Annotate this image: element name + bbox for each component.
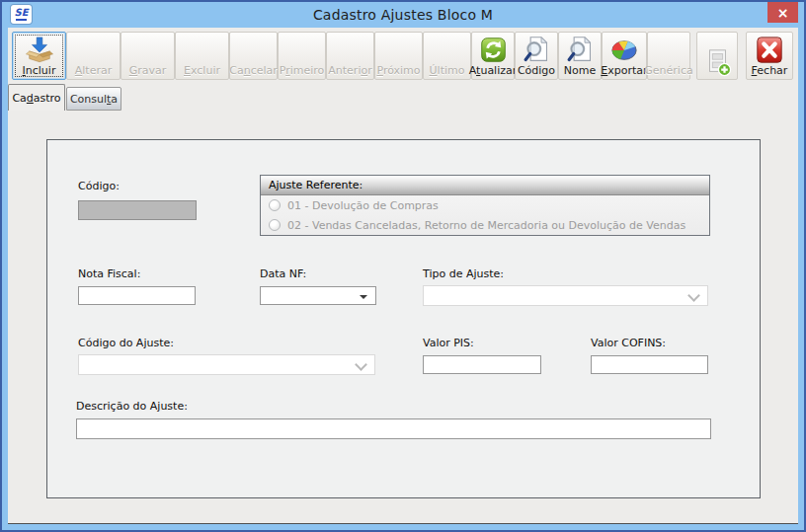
chevron-down-icon [355,358,367,371]
proximo-button: Próximo [374,32,423,80]
nota-fiscal-field[interactable] [78,286,196,305]
pie-chart-icon [609,35,639,65]
nota-fiscal-label: Nota Fiscal: [78,267,140,280]
excluir-button: Excluir [175,32,229,80]
radio-icon [269,199,281,211]
tab-page-cadastro: Código: Ajuste Referente: 01 - Devolução… [8,111,798,523]
ajuste-referente-group: Ajuste Referente: 01 - Devolução de Comp… [260,175,710,236]
chevron-down-icon [687,289,700,302]
valor-pis-field[interactable] [423,355,541,374]
codigo-search-button[interactable]: Código [515,32,558,80]
box-arrow-down-icon [25,35,54,65]
radio-icon [269,219,281,231]
search-document-icon [566,35,595,65]
close-icon: × [777,5,789,21]
toolbar: Incluir Alterar Gravar Excluir Cancelar [12,32,793,81]
search-document-icon [523,35,551,65]
radio-option-02: 02 - Vendas Canceladas, Retorno de Merca… [261,215,709,235]
valor-pis-label: Valor PIS: [423,337,474,349]
fechar-button[interactable]: Fechar [746,32,793,80]
descricao-ajuste-label: Descrição do Ajuste: [76,400,188,413]
titlebar: SE Cadastro Ajustes Bloco M × [2,2,804,28]
atualizar-button[interactable]: Atualizar [471,32,515,80]
tab-consulta[interactable]: Consulta [66,87,121,111]
red-x-icon [755,35,784,65]
ajuste-referente-title: Ajuste Referente: [261,176,709,195]
ultimo-button: Último [423,32,471,80]
cancelar-button: Cancelar [229,32,278,80]
radio-option-01: 01 - Devolução de Compras [261,195,709,215]
gravar-button: Gravar [121,32,175,80]
form-panel: Código: Ajuste Referente: 01 - Devolução… [46,139,761,498]
document-add-icon [702,46,732,77]
incluir-label: Incluir [23,65,56,77]
window-close-button[interactable]: × [767,2,798,23]
anterior-button: Anterior [326,32,374,80]
codigo-label: Código: [78,180,120,192]
tab-cadastro[interactable]: Cadastro [8,84,65,111]
tabstrip: Cadastro Consulta [8,84,121,111]
codigo-ajuste-label: Código do Ajuste: [78,337,174,349]
data-nf-dropdown[interactable] [260,286,376,305]
valor-cofins-label: Valor COFINS: [591,337,666,349]
tipo-ajuste-combobox [423,285,708,306]
codigo-field [78,200,197,220]
data-nf-label: Data NF: [260,267,306,280]
generica-button: Genérica [647,32,690,80]
new-record-button [696,32,738,80]
nome-search-button[interactable]: Nome [558,32,602,80]
codigo-ajuste-combobox [78,354,375,375]
refresh-icon [479,35,508,65]
dropdown-arrow-icon [360,295,367,299]
valor-cofins-field[interactable] [591,355,708,374]
exportar-button[interactable]: Exportar [602,32,647,80]
tipo-ajuste-label: Tipo de Ajuste: [423,267,504,280]
screenshot-stage: SE Cadastro Ajustes Bloco M × [0,0,806,532]
alterar-button: Alterar [66,32,121,80]
window-title: Cadastro Ajustes Bloco M [2,7,804,23]
app-window: SE Cadastro Ajustes Bloco M × [0,0,806,532]
client-area: Incluir Alterar Gravar Excluir Cancelar [8,28,798,524]
descricao-ajuste-field[interactable] [76,418,711,439]
incluir-button[interactable]: Incluir [12,32,66,80]
primeiro-button: Primeiro [278,32,326,80]
